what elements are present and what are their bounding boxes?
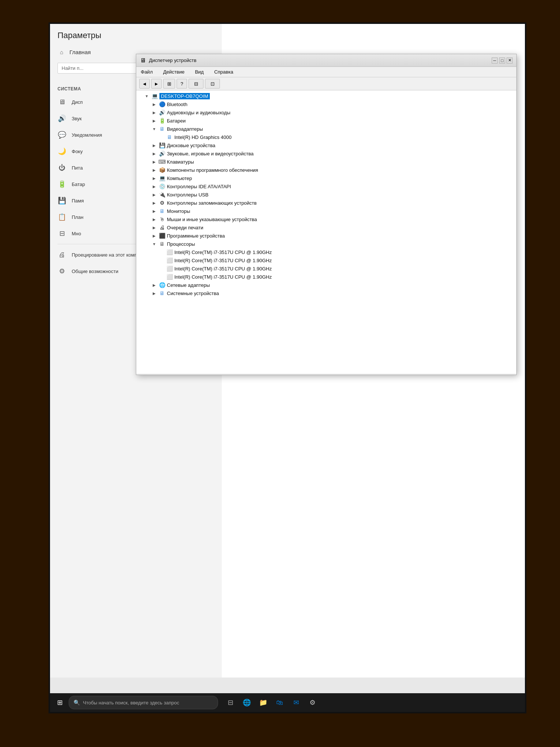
tree-sound-devices-label: Звуковые, игровые и видеоустройства: [167, 151, 253, 156]
toolbar-forward-button[interactable]: ►: [151, 79, 162, 89]
tree-item-storage-ctrl[interactable]: ▶ ⚙ Контроллеры запоминающих устройств: [136, 199, 516, 207]
taskbar-search-placeholder: Чтобы начать поиск, введите здесь запрос: [83, 700, 179, 706]
tree-expand-mice[interactable]: ▶: [151, 216, 157, 222]
close-button[interactable]: ✕: [507, 58, 513, 63]
menu-help[interactable]: Справка: [212, 68, 236, 76]
tree-item-sound-devices[interactable]: ▶ 🔊 Звуковые, игровые и видеоустройства: [136, 149, 516, 158]
tree-item-system-devices[interactable]: ▶ 🖥 Системные устройства: [136, 289, 516, 297]
tree-item-usb[interactable]: ▶ 🔌 Контроллеры USB: [136, 190, 516, 199]
tree-software-components-label: Компоненты программного обеспечения: [167, 167, 258, 173]
tree-item-cpu-3[interactable]: ⬜ Intel(R) Core(TM) i7-3517U CPU @ 1.90G…: [136, 264, 516, 273]
taskbar-app-edge[interactable]: 🌐: [240, 695, 254, 710]
tree-expand-storage-ctrl[interactable]: ▶: [151, 200, 157, 206]
menu-file[interactable]: Файл: [139, 68, 155, 76]
tree-processors-label: Процессоры: [167, 241, 195, 247]
tree-network-label: Сетевые адаптеры: [167, 282, 210, 288]
taskbar-app-explorer[interactable]: 📁: [256, 695, 270, 710]
tree-item-processors[interactable]: ▼ 🖥 Процессоры: [136, 240, 516, 248]
tree-item-mice[interactable]: ▶ 🖱 Мыши и иные указывающие устройства: [136, 215, 516, 223]
tree-item-network[interactable]: ▶ 🌐 Сетевые адаптеры: [136, 281, 516, 289]
maximize-button[interactable]: □: [499, 58, 505, 63]
tree-cpu-4-label: Intel(R) Core(TM) i7-3517U CPU @ 1.90GHz: [174, 274, 272, 280]
taskbar-search-icon: 🔍: [74, 700, 80, 706]
tree-expand-software[interactable]: ▶: [151, 167, 157, 173]
tree-item-disk-drives[interactable]: ▶ 💾 Дисковые устройства: [136, 141, 516, 149]
tree-item-software-components[interactable]: ▶ 📦 Компоненты программного обеспечения: [136, 166, 516, 174]
toolbar-properties-button[interactable]: ⊞: [163, 79, 175, 89]
tree-expand-computer[interactable]: ▶: [151, 175, 157, 181]
tree-item-batteries[interactable]: ▶ 🔋 Батареи: [136, 117, 516, 125]
tree-expand-disk[interactable]: ▶: [151, 142, 157, 148]
processors-icon: 🖥: [159, 241, 165, 247]
projection-icon: 🖨: [57, 250, 66, 259]
settings-item-notifications-label: Уведомления: [72, 132, 102, 138]
tree-expand-monitors[interactable]: ▶: [151, 208, 157, 214]
devmgr-titlebar: 🖥 Диспетчер устройств ─ □ ✕: [136, 54, 516, 67]
start-icon: ⊞: [57, 698, 63, 707]
toolbar-scan-button[interactable]: ⊡: [205, 79, 220, 89]
tree-expand-root[interactable]: ▼: [144, 93, 150, 99]
tree-item-ide[interactable]: ▶ 💿 Контроллеры IDE ATA/ATAPI: [136, 182, 516, 190]
tree-expand-processors[interactable]: ▼: [151, 241, 157, 247]
settings-item-shared-label: Общие возможности: [72, 269, 118, 274]
tree-item-cpu-1[interactable]: ⬜ Intel(R) Core(TM) i7-3517U CPU @ 1.90G…: [136, 248, 516, 256]
storage-ctrl-icon: ⚙: [159, 199, 165, 206]
tree-keyboards-label: Клавиатуры: [167, 159, 194, 165]
tree-item-cpu-4[interactable]: ⬜ Intel(R) Core(TM) i7-3517U CPU @ 1.90G…: [136, 273, 516, 281]
device-manager-window: 🖥 Диспетчер устройств ─ □ ✕ Файл Действи…: [136, 54, 517, 375]
devmgr-menubar: Файл Действие Вид Справка: [136, 67, 516, 77]
tree-item-computer[interactable]: ▶ 💻 Компьютер: [136, 174, 516, 182]
mice-icon: 🖱: [159, 216, 165, 223]
start-button[interactable]: ⊞: [52, 695, 67, 710]
software-devices-icon: ⬛: [159, 232, 165, 239]
settings-item-tablet-label: План: [72, 214, 83, 220]
tree-system-devices-label: Системные устройства: [167, 291, 219, 296]
taskbar-app-taskview[interactable]: ⊟: [223, 695, 237, 710]
tree-monitors-label: Мониторы: [167, 208, 190, 214]
graphics-icon: 🖥: [166, 134, 173, 140]
tree-item-intel-graphics[interactable]: 🖥 Intel(R) HD Graphics 4000: [136, 133, 516, 141]
tree-item-bluetooth[interactable]: ▶ 🔵 Bluetooth: [136, 100, 516, 108]
menu-view[interactable]: Вид: [193, 68, 206, 76]
tree-expand-usb[interactable]: ▶: [151, 192, 157, 198]
tree-item-monitors[interactable]: ▶ 🖥 Мониторы: [136, 207, 516, 215]
tree-usb-label: Контроллеры USB: [167, 192, 208, 198]
tree-expand-audio[interactable]: ▶: [151, 109, 157, 115]
tree-item-cpu-2[interactable]: ⬜ Intel(R) Core(TM) i7-3517U CPU @ 1.90G…: [136, 256, 516, 264]
taskbar-app-settings[interactable]: ⚙: [305, 695, 320, 710]
taskbar-app-store[interactable]: 🛍: [273, 695, 287, 710]
taskbar-app-mail[interactable]: ✉: [289, 695, 303, 710]
settings-title: Параметры: [57, 31, 214, 40]
tree-expand-sound[interactable]: ▶: [151, 151, 157, 156]
tree-expand-print[interactable]: ▶: [151, 224, 157, 230]
tree-expand-sw-devices[interactable]: ▶: [151, 233, 157, 239]
tree-expand-cpu1: [159, 249, 165, 255]
menu-action[interactable]: Действие: [161, 68, 187, 76]
tree-expand-graphics: [159, 134, 165, 140]
tree-expand-system[interactable]: ▶: [151, 290, 157, 296]
toolbar-help-button[interactable]: ?: [177, 79, 187, 89]
disk-icon: 💾: [159, 142, 165, 149]
tree-root[interactable]: ▼ 💻 DESKTOP-OB7QOIM: [136, 92, 516, 100]
tree-item-keyboards[interactable]: ▶ ⌨ Клавиатуры: [136, 158, 516, 166]
tree-item-software-devices[interactable]: ▶ ⬛ Программные устройства: [136, 232, 516, 240]
tree-item-print-queues[interactable]: ▶ 🖨 Очереди печати: [136, 223, 516, 232]
taskbar-search[interactable]: 🔍 Чтобы начать поиск, введите здесь запр…: [69, 696, 218, 709]
tree-cpu-2-label: Intel(R) Core(TM) i7-3517U CPU @ 1.90GHz: [174, 258, 272, 263]
tree-expand-network[interactable]: ▶: [151, 282, 157, 288]
tree-expand-ide[interactable]: ▶: [151, 183, 157, 189]
minimize-button[interactable]: ─: [492, 58, 498, 63]
tree-expand-bluetooth[interactable]: ▶: [151, 101, 157, 107]
batteries-icon: 🔋: [159, 117, 165, 124]
toolbar-back-button[interactable]: ◄: [139, 79, 150, 89]
tree-expand-keyboards[interactable]: ▶: [151, 159, 157, 165]
storage-icon: 💾: [57, 196, 66, 205]
tree-expand-batteries[interactable]: ▶: [151, 118, 157, 124]
tree-item-display-adapters[interactable]: ▼ 🖥 Видеоадаптеры: [136, 125, 516, 133]
devmgr-content[interactable]: ▼ 💻 DESKTOP-OB7QOIM ▶ 🔵 Bluetooth ▶ 🔊 Ау…: [136, 90, 516, 374]
home-icon: ⌂: [57, 48, 66, 56]
toolbar-remove-button[interactable]: ⊟: [189, 79, 203, 89]
tree-expand-display[interactable]: ▼: [151, 126, 157, 132]
tree-item-audio[interactable]: ▶ 🔊 Аудиовходы и аудиовыходы: [136, 108, 516, 117]
cpu3-icon: ⬜: [166, 265, 173, 272]
